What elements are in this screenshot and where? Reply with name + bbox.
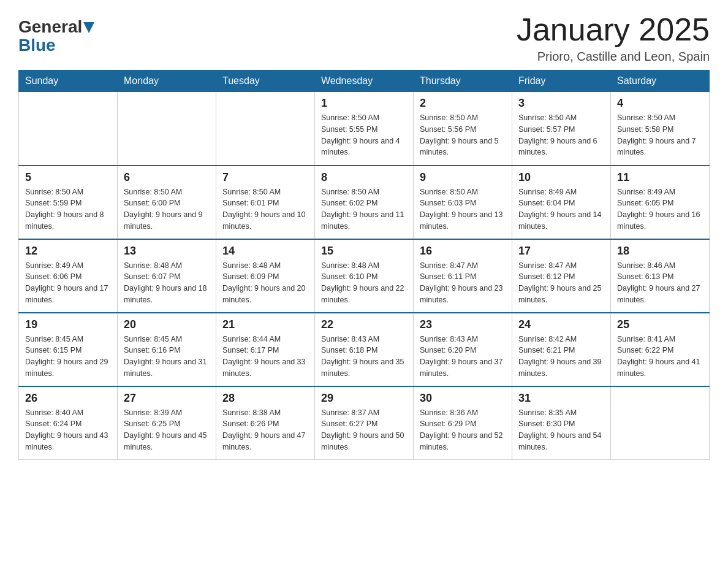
- day-info: Sunrise: 8:49 AMSunset: 6:06 PMDaylight:…: [25, 260, 111, 306]
- day-number: 1: [321, 97, 407, 110]
- calendar-week-row: 5Sunrise: 8:50 AMSunset: 5:59 PMDaylight…: [19, 166, 710, 239]
- weekday-header-friday: Friday: [512, 71, 611, 92]
- day-info: Sunrise: 8:47 AMSunset: 6:11 PMDaylight:…: [420, 260, 506, 306]
- day-number: 27: [124, 392, 210, 405]
- weekday-header-wednesday: Wednesday: [315, 71, 414, 92]
- calendar-cell: 28Sunrise: 8:38 AMSunset: 6:26 PMDayligh…: [216, 386, 315, 460]
- calendar-cell: 13Sunrise: 8:48 AMSunset: 6:07 PMDayligh…: [118, 239, 216, 313]
- day-info: Sunrise: 8:50 AMSunset: 5:58 PMDaylight:…: [617, 112, 703, 158]
- day-info: Sunrise: 8:48 AMSunset: 6:09 PMDaylight:…: [222, 260, 308, 306]
- day-info: Sunrise: 8:50 AMSunset: 6:00 PMDaylight:…: [124, 186, 210, 232]
- day-number: 26: [25, 392, 111, 405]
- calendar-cell: 14Sunrise: 8:48 AMSunset: 6:09 PMDayligh…: [216, 239, 315, 313]
- day-info: Sunrise: 8:36 AMSunset: 6:29 PMDaylight:…: [420, 407, 506, 453]
- day-number: 11: [617, 171, 703, 184]
- day-number: 29: [321, 392, 407, 405]
- svg-marker-0: [83, 22, 94, 33]
- calendar-cell: 4Sunrise: 8:50 AMSunset: 5:58 PMDaylight…: [611, 92, 710, 166]
- day-number: 15: [321, 245, 407, 258]
- logo-general-text: General: [18, 18, 82, 36]
- day-number: 25: [617, 318, 703, 331]
- day-number: 30: [420, 392, 506, 405]
- day-info: Sunrise: 8:50 AMSunset: 6:02 PMDaylight:…: [321, 186, 407, 232]
- calendar-cell: 18Sunrise: 8:46 AMSunset: 6:13 PMDayligh…: [611, 239, 710, 313]
- day-info: Sunrise: 8:45 AMSunset: 6:15 PMDaylight:…: [25, 334, 111, 380]
- day-number: 14: [222, 245, 308, 258]
- day-number: 9: [420, 171, 506, 184]
- day-number: 2: [420, 97, 506, 110]
- day-info: Sunrise: 8:50 AMSunset: 5:57 PMDaylight:…: [518, 112, 604, 158]
- calendar-cell: 2Sunrise: 8:50 AMSunset: 5:56 PMDaylight…: [414, 92, 512, 166]
- calendar-cell: 27Sunrise: 8:39 AMSunset: 6:25 PMDayligh…: [118, 386, 216, 460]
- calendar-cell: 24Sunrise: 8:42 AMSunset: 6:21 PMDayligh…: [512, 313, 611, 386]
- day-info: Sunrise: 8:42 AMSunset: 6:21 PMDaylight:…: [518, 334, 604, 380]
- weekday-header-thursday: Thursday: [414, 71, 512, 92]
- title-block: January 2025 Prioro, Castille and Leon, …: [517, 12, 710, 64]
- day-info: Sunrise: 8:48 AMSunset: 6:07 PMDaylight:…: [124, 260, 210, 306]
- day-info: Sunrise: 8:44 AMSunset: 6:17 PMDaylight:…: [222, 334, 308, 380]
- calendar-table: SundayMondayTuesdayWednesdayThursdayFrid…: [18, 70, 710, 460]
- day-info: Sunrise: 8:50 AMSunset: 6:03 PMDaylight:…: [420, 186, 506, 232]
- logo-triangle-icon: [83, 22, 94, 33]
- day-number: 6: [124, 171, 210, 184]
- day-info: Sunrise: 8:45 AMSunset: 6:16 PMDaylight:…: [124, 334, 210, 380]
- day-info: Sunrise: 8:46 AMSunset: 6:13 PMDaylight:…: [617, 260, 703, 306]
- day-info: Sunrise: 8:50 AMSunset: 5:55 PMDaylight:…: [321, 112, 407, 158]
- calendar-cell: 8Sunrise: 8:50 AMSunset: 6:02 PMDaylight…: [315, 166, 414, 239]
- day-number: 20: [124, 318, 210, 331]
- day-info: Sunrise: 8:43 AMSunset: 6:18 PMDaylight:…: [321, 334, 407, 380]
- calendar-cell: 21Sunrise: 8:44 AMSunset: 6:17 PMDayligh…: [216, 313, 315, 386]
- calendar-week-row: 1Sunrise: 8:50 AMSunset: 5:55 PMDaylight…: [19, 92, 710, 166]
- calendar-cell: 22Sunrise: 8:43 AMSunset: 6:18 PMDayligh…: [315, 313, 414, 386]
- calendar-cell: [118, 92, 216, 166]
- day-number: 19: [25, 318, 111, 331]
- day-info: Sunrise: 8:50 AMSunset: 5:59 PMDaylight:…: [25, 186, 111, 232]
- day-number: 24: [518, 318, 604, 331]
- calendar-cell: 31Sunrise: 8:35 AMSunset: 6:30 PMDayligh…: [512, 386, 611, 460]
- calendar-cell: 25Sunrise: 8:41 AMSunset: 6:22 PMDayligh…: [611, 313, 710, 386]
- day-info: Sunrise: 8:49 AMSunset: 6:05 PMDaylight:…: [617, 186, 703, 232]
- weekday-header-saturday: Saturday: [611, 71, 710, 92]
- calendar-cell: 11Sunrise: 8:49 AMSunset: 6:05 PMDayligh…: [611, 166, 710, 239]
- calendar-cell: 26Sunrise: 8:40 AMSunset: 6:24 PMDayligh…: [19, 386, 118, 460]
- day-info: Sunrise: 8:37 AMSunset: 6:27 PMDaylight:…: [321, 407, 407, 453]
- day-info: Sunrise: 8:40 AMSunset: 6:24 PMDaylight:…: [25, 407, 111, 453]
- calendar-cell: 7Sunrise: 8:50 AMSunset: 6:01 PMDaylight…: [216, 166, 315, 239]
- calendar-week-row: 19Sunrise: 8:45 AMSunset: 6:15 PMDayligh…: [19, 313, 710, 386]
- calendar-cell: 12Sunrise: 8:49 AMSunset: 6:06 PMDayligh…: [19, 239, 118, 313]
- day-number: 4: [617, 97, 703, 110]
- calendar-cell: [611, 386, 710, 460]
- weekday-header-monday: Monday: [118, 71, 216, 92]
- calendar-cell: 16Sunrise: 8:47 AMSunset: 6:11 PMDayligh…: [414, 239, 512, 313]
- calendar-cell: 23Sunrise: 8:43 AMSunset: 6:20 PMDayligh…: [414, 313, 512, 386]
- day-number: 28: [222, 392, 308, 405]
- day-info: Sunrise: 8:41 AMSunset: 6:22 PMDaylight:…: [617, 334, 703, 380]
- day-number: 22: [321, 318, 407, 331]
- day-number: 12: [25, 245, 111, 258]
- day-number: 16: [420, 245, 506, 258]
- day-info: Sunrise: 8:35 AMSunset: 6:30 PMDaylight:…: [518, 407, 604, 453]
- weekday-header-sunday: Sunday: [19, 71, 118, 92]
- day-info: Sunrise: 8:38 AMSunset: 6:26 PMDaylight:…: [222, 407, 308, 453]
- logo: General Blue: [18, 12, 94, 55]
- day-number: 31: [518, 392, 604, 405]
- calendar-cell: 3Sunrise: 8:50 AMSunset: 5:57 PMDaylight…: [512, 92, 611, 166]
- calendar-cell: 1Sunrise: 8:50 AMSunset: 5:55 PMDaylight…: [315, 92, 414, 166]
- calendar-cell: 29Sunrise: 8:37 AMSunset: 6:27 PMDayligh…: [315, 386, 414, 460]
- day-number: 18: [617, 245, 703, 258]
- day-number: 13: [124, 245, 210, 258]
- calendar-cell: 10Sunrise: 8:49 AMSunset: 6:04 PMDayligh…: [512, 166, 611, 239]
- month-title: January 2025: [517, 12, 710, 47]
- calendar-week-row: 26Sunrise: 8:40 AMSunset: 6:24 PMDayligh…: [19, 386, 710, 460]
- day-number: 23: [420, 318, 506, 331]
- location-text: Prioro, Castille and Leon, Spain: [517, 50, 710, 64]
- day-info: Sunrise: 8:49 AMSunset: 6:04 PMDaylight:…: [518, 186, 604, 232]
- weekday-header-tuesday: Tuesday: [216, 71, 315, 92]
- day-number: 8: [321, 171, 407, 184]
- day-info: Sunrise: 8:50 AMSunset: 6:01 PMDaylight:…: [222, 186, 308, 232]
- day-number: 10: [518, 171, 604, 184]
- page-header: General Blue January 2025 Prioro, Castil…: [18, 12, 710, 64]
- calendar-cell: 9Sunrise: 8:50 AMSunset: 6:03 PMDaylight…: [414, 166, 512, 239]
- day-number: 17: [518, 245, 604, 258]
- day-number: 5: [25, 171, 111, 184]
